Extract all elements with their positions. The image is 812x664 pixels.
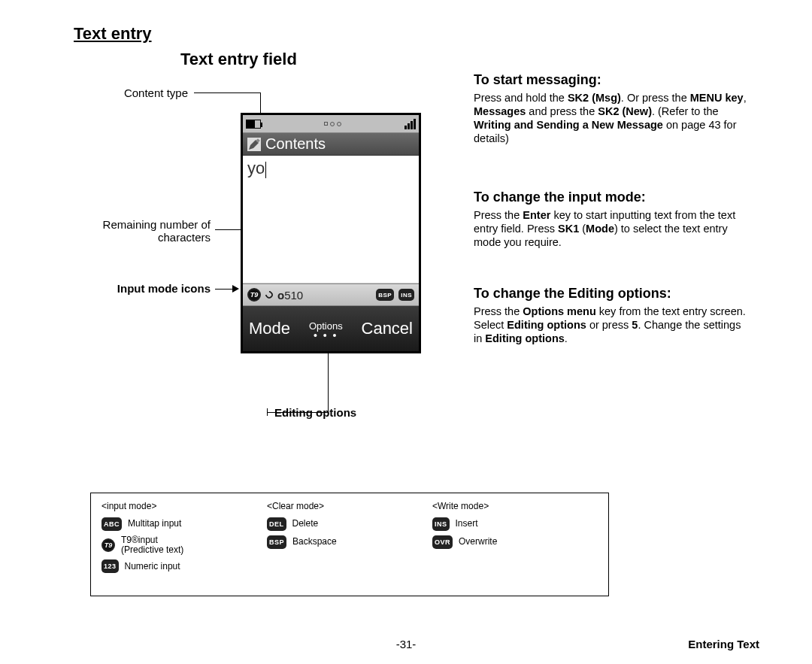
legend-label: T9®input (Predictive text) <box>121 535 183 555</box>
leader-line <box>267 408 268 416</box>
label-input-mode-icons: Input mode icons <box>60 282 211 295</box>
instruction-start: To start messaging: Press and hold the S… <box>474 72 752 156</box>
status-circle-icon <box>330 122 335 126</box>
softkey-right[interactable]: Cancel <box>362 319 413 338</box>
legend-header-input-mode: <input mode> <box>102 501 267 511</box>
leader-line <box>215 289 233 290</box>
legend-col-input-mode: <input mode> ABC Multitap input T9 T9®in… <box>102 501 267 578</box>
softkey-middle[interactable]: Options • • • <box>309 320 343 338</box>
legend-item: DEL Delete <box>267 517 432 531</box>
leader-line <box>267 412 328 413</box>
compose-icon <box>247 138 261 151</box>
para-input-mode: Press the Enter key to start inputting t… <box>474 208 752 249</box>
text-entry-field[interactable]: yo <box>243 156 419 283</box>
instruction-editing: To change the Editing options: Press the… <box>474 286 752 356</box>
label-content-type: Content type <box>60 86 188 99</box>
para-editing-options: Press the Options menu key from the text… <box>474 305 752 345</box>
ins-icon: INS <box>398 289 414 301</box>
cycle-icon <box>264 290 274 300</box>
ovr-icon: OVR <box>432 535 453 549</box>
heading-editing-options: To change the Editing options: <box>474 286 752 302</box>
softkey-left[interactable]: Mode <box>249 319 290 338</box>
legend-label: Numeric input <box>125 562 180 572</box>
label-remaining-chars: Remaining number of characters <box>60 218 211 244</box>
legend-item: BSP Backspace <box>267 535 432 549</box>
text-cursor <box>265 162 266 178</box>
label-remaining-line1: Remaining number of <box>103 218 211 231</box>
status-bar <box>243 115 419 133</box>
legend-item: OVR Overwrite <box>432 535 598 549</box>
legend-header-write-mode: <Write mode> <box>432 501 598 511</box>
footer-section-title: Entering Text <box>688 638 759 650</box>
t9-icon: T9 <box>247 288 261 302</box>
legend-label: Insert <box>456 519 478 529</box>
status-circle-icon <box>337 122 341 126</box>
bsp-icon: BSP <box>267 535 286 549</box>
abc-icon: ABC <box>102 517 122 531</box>
screen-header: Contents <box>243 133 419 156</box>
softkey-bar: Mode Options • • • Cancel <box>243 306 419 351</box>
legend-box: <input mode> ABC Multitap input T9 T9®in… <box>90 493 609 596</box>
legend-col-clear-mode: <Clear mode> DEL Delete BSP Backspace <box>267 501 432 578</box>
legend-label: Backspace <box>292 537 337 547</box>
info-row: T9 o510 BSP INS <box>243 283 419 306</box>
char-count: o510 <box>277 289 303 302</box>
bsp-icon: BSP <box>376 289 394 301</box>
legend-label: Delete <box>292 519 319 529</box>
screen-header-title: Contents <box>265 135 326 153</box>
section-title: Text entry field <box>180 50 297 69</box>
battery-icon <box>246 120 261 129</box>
status-middle-icons <box>324 122 341 126</box>
arrow-right-icon <box>232 285 239 293</box>
label-remaining-line2: characters <box>158 231 211 244</box>
signal-icon <box>404 119 416 129</box>
page-title: Text entry <box>74 24 152 44</box>
numeric-icon: 123 <box>102 559 119 573</box>
legend-item: T9 T9®input (Predictive text) <box>102 535 267 555</box>
legend-col-write-mode: <Write mode> INS Insert OVR Overwrite <box>432 501 598 578</box>
legend-item: INS Insert <box>432 517 598 531</box>
entered-text: yo <box>247 159 265 177</box>
legend-header-clear-mode: <Clear mode> <box>267 501 432 511</box>
legend-label: Overwrite <box>459 537 497 547</box>
t9-icon: T9 <box>102 538 115 552</box>
heading-input-mode: To change the input mode: <box>474 189 752 205</box>
para-start-messaging: Press and hold the SK2 (Msg). Or press t… <box>474 91 752 146</box>
ins-icon: INS <box>432 517 450 531</box>
leader-line <box>194 92 260 93</box>
status-square-icon <box>324 122 328 126</box>
legend-item: 123 Numeric input <box>102 559 267 573</box>
instruction-input-mode: To change the input mode: Press the Ente… <box>474 189 752 259</box>
del-icon: DEL <box>267 517 286 531</box>
legend-label: Multitap input <box>128 519 181 529</box>
legend-item: ABC Multitap input <box>102 517 267 531</box>
heading-start-messaging: To start messaging: <box>474 72 752 88</box>
options-dots-icon: • • • <box>314 333 338 338</box>
phone-screen: Contents yo T9 o510 BSP INS Mode Options… <box>241 113 421 353</box>
